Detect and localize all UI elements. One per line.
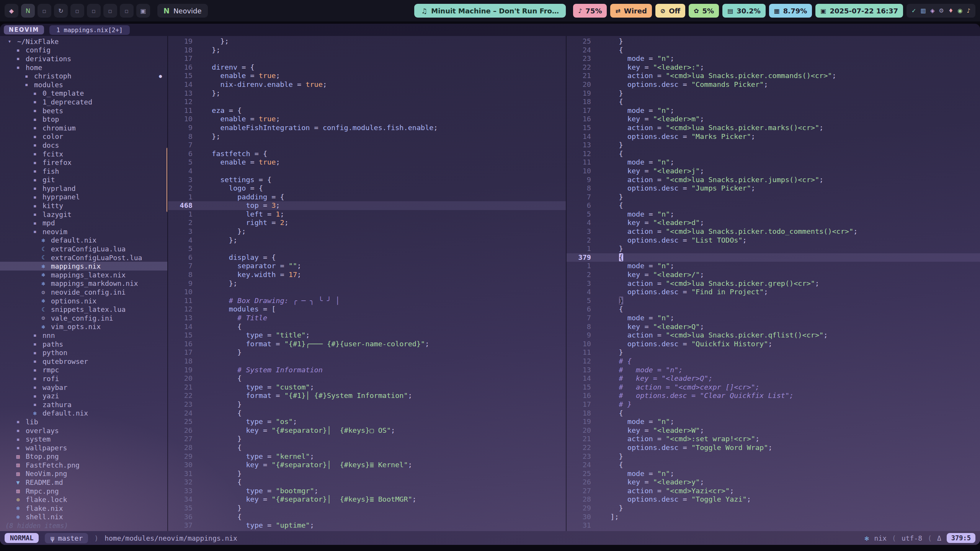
tree-item[interactable]: ✻mappings_latex.nix	[0, 271, 167, 279]
workspace-button-4[interactable]: ↻	[54, 4, 68, 18]
code-line[interactable]: 13 };	[168, 89, 566, 98]
code-line[interactable]: 3 settings = {	[168, 176, 566, 184]
tree-item[interactable]: ▪python	[0, 348, 167, 357]
tree-item[interactable]: ✻flake.nix	[0, 504, 167, 513]
code-line[interactable]: 14 options.desc = "Marks Picker";	[567, 132, 980, 141]
code-line[interactable]: 5 enable = true;	[168, 158, 566, 167]
code-line[interactable]: 36 {	[168, 513, 566, 522]
tree-item[interactable]: ▪kitty	[0, 201, 167, 210]
tree-item[interactable]: ▪lazygit	[0, 210, 167, 219]
code-line[interactable]: 9 action = "<cmd>lua Snacks.picker.qflis…	[567, 331, 980, 340]
code-line[interactable]: 7 }	[567, 193, 980, 202]
code-line[interactable]: 3 action = "<cmd>lua Snacks.picker.grep(…	[567, 279, 980, 288]
tree-item[interactable]: ⚙neovide_config.ini	[0, 288, 167, 297]
code-line[interactable]: 26 key = "<leader>y";	[567, 478, 980, 487]
module-battery[interactable]: ✿5%	[689, 4, 719, 18]
code-line[interactable]: 15 type = "title";	[168, 331, 566, 340]
tree-item[interactable]: ▪wallpapers	[0, 443, 167, 452]
file-tree[interactable]: ▾~/NixFlake▪config▪derivations▪home▪chri…	[0, 36, 167, 531]
code-line[interactable]: 14 {	[168, 323, 566, 331]
code-line[interactable]: 5	[168, 245, 566, 253]
tray-icon-7[interactable]: ♪	[967, 7, 970, 14]
code-line[interactable]: 11 }	[567, 348, 980, 357]
tree-item[interactable]: ☾extraConfigLuaPost.lua	[0, 253, 167, 262]
tray-icon-1[interactable]: ✓	[911, 7, 916, 14]
module-volume[interactable]: ♪75%	[573, 4, 607, 18]
workspace-button-5[interactable]: ▫	[70, 4, 84, 18]
code-line[interactable]: 22 format = "{#1}│ {#}System Information…	[168, 391, 566, 400]
code-line[interactable]: 2 logo = {	[168, 184, 566, 193]
tree-item[interactable]: ▪derivations	[0, 54, 167, 63]
code-line[interactable]: 5 mode = "n";	[567, 210, 980, 219]
workspace-button-6[interactable]: ▫	[87, 4, 101, 18]
code-line[interactable]: 3 action = "<cmd>lua Snacks.picker.todo_…	[567, 227, 980, 236]
code-line[interactable]: 33 type = "bootmgr";	[168, 487, 566, 496]
code-line[interactable]: 379 {	[567, 253, 980, 262]
code-line[interactable]: 15 enable = true;	[168, 72, 566, 80]
code-line[interactable]: 4 options.desc = "Find in Project";	[567, 288, 980, 297]
tab-mappings-nix[interactable]: 1 mappings.nix[2+]	[49, 25, 129, 35]
tree-item[interactable]: ▪nnn	[0, 331, 167, 340]
code-line[interactable]: 26 key = "{#separator}│ {#keys}▢ OS";	[168, 426, 566, 435]
code-line[interactable]: 2 options.desc = "List TODOs";	[567, 236, 980, 245]
tree-item[interactable]: ▪firefox	[0, 158, 167, 167]
tree-item[interactable]: ▪yazi	[0, 391, 167, 400]
code-line[interactable]: 25 mode = "n";	[567, 469, 980, 478]
code-line[interactable]: 18 {	[567, 409, 980, 418]
workspace-button-7[interactable]: ▫	[103, 4, 117, 18]
code-line[interactable]: 8 key = "<leader>Q";	[567, 323, 980, 331]
code-line[interactable]: 12	[168, 98, 566, 106]
tree-item[interactable]: ▾~/NixFlake	[0, 37, 167, 46]
tree-item[interactable]: ▪color	[0, 132, 167, 141]
module-clock[interactable]: ▣2025-07-22 16:37	[815, 4, 903, 18]
tree-item[interactable]: ▨Btop.png	[0, 452, 167, 461]
code-line[interactable]: 28 {	[168, 443, 566, 452]
tree-item[interactable]: ✻mappings_markdown.nix	[0, 279, 167, 288]
code-line[interactable]: 19 mode = "n";	[567, 417, 980, 426]
code-line[interactable]: 16 key = "<leader>m";	[567, 115, 980, 124]
code-line[interactable]: 27 }	[168, 435, 566, 443]
code-line[interactable]: 8 };	[168, 132, 566, 141]
code-line[interactable]: 30 key = "{#separator}│ {#keys}≣ Kernel"…	[168, 461, 566, 469]
tree-item[interactable]: ▪chromium	[0, 124, 167, 132]
code-line[interactable]: 20 key = "<leader>W";	[567, 426, 980, 435]
code-line[interactable]: 10	[168, 288, 566, 297]
tree-item[interactable]: ▪0_template	[0, 89, 167, 98]
code-line[interactable]: 5 }	[567, 297, 980, 305]
code-line[interactable]: 12 modules = [	[168, 305, 566, 314]
code-line[interactable]: 23 }	[168, 400, 566, 409]
tree-item[interactable]: ▪hyprpanel	[0, 193, 167, 202]
code-line[interactable]: 11 mode = "n";	[567, 158, 980, 167]
tree-item[interactable]: ▪zathura	[0, 400, 167, 409]
tree-item[interactable]: ▪fish	[0, 167, 167, 176]
tree-item[interactable]: ✻vim_opts.nix	[0, 323, 167, 331]
tray-icon-4[interactable]: ⚙	[939, 7, 944, 14]
editor-pane-left[interactable]: 19 };18 };1716 direnv = {15 enable = tru…	[167, 36, 567, 531]
tree-item[interactable]: ▪overlays	[0, 426, 167, 435]
code-line[interactable]: 1 padding = {	[168, 193, 566, 202]
tree-item[interactable]: ▪mpd	[0, 218, 167, 227]
code-line[interactable]: 6 fastfetch = {	[168, 150, 566, 158]
tree-item[interactable]: ▪system	[0, 435, 167, 443]
code-line[interactable]: 22 key = "<leader>:";	[567, 63, 980, 72]
code-line[interactable]: 17 mode = "n";	[567, 106, 980, 115]
code-line[interactable]: 19 };	[168, 37, 566, 46]
code-line[interactable]: 37 type = "uptime";	[168, 521, 566, 530]
tree-item[interactable]: ▪christoph●	[0, 72, 167, 80]
code-line[interactable]: 21 type = "custom";	[168, 383, 566, 392]
tree-item[interactable]: ☾extraConfigLua.lua	[0, 245, 167, 253]
tree-item[interactable]: ▪home	[0, 63, 167, 72]
code-line[interactable]: 16 # options.desc = "Clear Quickfix List…	[567, 391, 980, 400]
workspace-button-1[interactable]: ◆	[5, 4, 18, 18]
tree-item[interactable]: ▪paths	[0, 340, 167, 349]
code-line[interactable]: 24 {	[567, 46, 980, 55]
code-line[interactable]: 6 {	[567, 305, 980, 314]
code-line[interactable]: 15 action = "<cmd>lua Snacks.picker.mark…	[567, 124, 980, 132]
tree-item[interactable]: ✻default.nix	[0, 409, 167, 418]
code-line[interactable]: 34 key = "{#separator}│ {#keys}≣ BootMGR…	[168, 495, 566, 504]
code-line[interactable]: 468 top = 3;	[168, 201, 566, 210]
code-line[interactable]: 4	[168, 167, 566, 176]
code-line[interactable]: 8 key.width = 17;	[168, 271, 566, 279]
code-line[interactable]: 15 # action = "<cmd>cexpr []<cr>";	[567, 383, 980, 392]
code-line[interactable]: 10 enable = true;	[168, 115, 566, 124]
